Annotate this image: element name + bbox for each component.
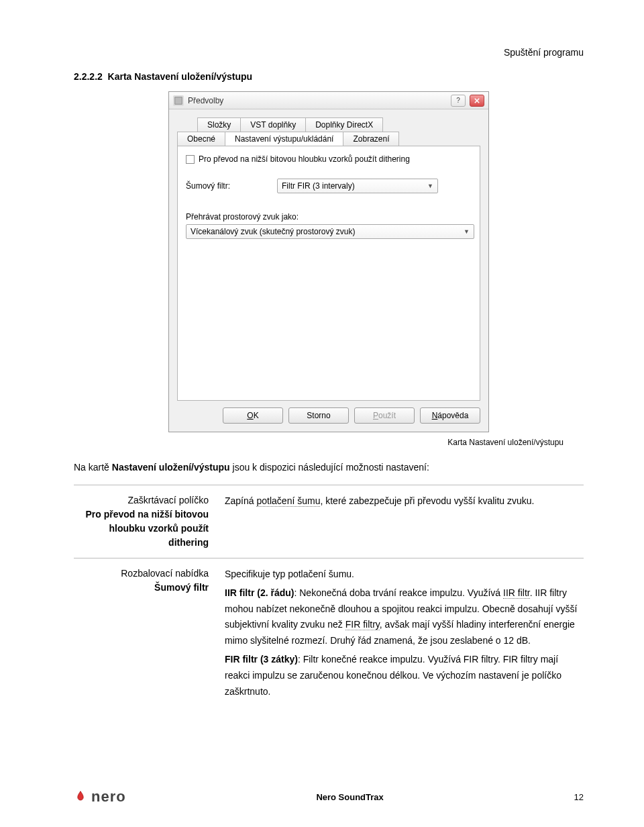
chevron-down-icon: ▼ bbox=[464, 228, 470, 235]
dialog-icon bbox=[173, 95, 184, 106]
section-heading: 2.2.2.2 Karta Nastavení uložení/výstupu bbox=[74, 71, 584, 82]
table-row: Rozbalovací nabídka Šumový filtr Specifi… bbox=[74, 558, 584, 709]
surround-play-value: Vícekanálový zvuk (skutečný prostorový z… bbox=[191, 227, 355, 236]
flame-icon bbox=[74, 790, 87, 804]
intro-bold: Nastavení uložení/výstupu bbox=[112, 462, 230, 473]
dotted-term: potlačení šumu bbox=[256, 495, 320, 507]
svg-rect-0 bbox=[175, 97, 182, 104]
desc-text: , které zabezpečuje při převodu vyšší kv… bbox=[320, 495, 534, 506]
help-window-button[interactable]: ? bbox=[451, 95, 466, 107]
section-number: 2.2.2.2 bbox=[74, 71, 103, 82]
noise-filter-value: Filtr FIR (3 intervaly) bbox=[282, 181, 355, 191]
brand-text: nero bbox=[91, 788, 126, 806]
dialog-button-row: OK Storno Použít Nápověda bbox=[177, 407, 480, 424]
noise-filter-label: Šumový filtr: bbox=[186, 181, 265, 191]
desc-line-3: FIR filtr (3 zátky): Filtr konečné reakc… bbox=[225, 652, 580, 699]
intro-paragraph: Na kartě Nastavení uložení/výstupu jsou … bbox=[74, 462, 584, 473]
dithering-checkbox-label: Pro převod na nižší bitovou hloubku vzor… bbox=[199, 154, 410, 164]
tab-general[interactable]: Obecné bbox=[177, 132, 225, 146]
dithering-checkbox[interactable] bbox=[186, 155, 195, 164]
dotted-term: IIR filtr bbox=[503, 587, 530, 599]
term-lead: Rozbalovací nabídka bbox=[74, 567, 209, 581]
page-number: 12 bbox=[574, 792, 584, 802]
desc-cell: Specifikuje typ potlačení šumu. IIR filt… bbox=[225, 567, 584, 701]
desc-bold: FIR filtr (3 zátky) bbox=[225, 654, 298, 665]
tab-view[interactable]: Zobrazení bbox=[343, 132, 399, 146]
close-window-button[interactable] bbox=[470, 95, 484, 107]
desc-line-2: IIR filtr (2. řádu): Nekonečná doba trvá… bbox=[225, 585, 580, 649]
tab-panel-output-save: Pro převod na nižší bitovou hloubku vzor… bbox=[177, 146, 480, 401]
desc-bold: IIR filtr (2. řádu) bbox=[225, 587, 294, 598]
intro-suffix: jsou k dispozici následující možnosti na… bbox=[230, 462, 429, 473]
dialog-titlebar: Předvolby ? bbox=[169, 92, 488, 109]
preferences-dialog: Předvolby ? Složky VST doplňky Doplňky D… bbox=[168, 91, 489, 432]
desc-line-1: Specifikuje typ potlačení šumu. bbox=[225, 567, 580, 583]
apply-button[interactable]: Použít bbox=[354, 407, 415, 424]
chapter-path: Spuštění programu bbox=[74, 47, 584, 58]
surround-play-label: Přehrávat prostorový zvuk jako: bbox=[186, 212, 472, 222]
term-bold: Pro převod na nižší bitovou hloubku vzor… bbox=[74, 507, 209, 550]
table-row: Zaškrtávací políčko Pro převod na nižší … bbox=[74, 485, 584, 558]
figure-caption: Karta Nastavení uložení/výstupu bbox=[94, 438, 564, 447]
ok-button[interactable]: OK bbox=[223, 407, 283, 424]
dialog-body: Složky VST doplňky Doplňky DirectX Obecn… bbox=[169, 109, 488, 432]
section-title-text: Karta Nastavení uložení/výstupu bbox=[108, 71, 253, 82]
dialog-title: Předvolby bbox=[188, 96, 447, 105]
term-cell: Zaškrtávací políčko Pro převod na nižší … bbox=[74, 493, 225, 550]
intro-prefix: Na kartě bbox=[74, 462, 112, 473]
term-lead: Zaškrtávací políčko bbox=[74, 493, 209, 507]
surround-play-combo[interactable]: Vícekanálový zvuk (skutečný prostorový z… bbox=[186, 224, 474, 239]
cancel-button[interactable]: Storno bbox=[288, 407, 349, 424]
desc-cell: Zapíná potlačení šumu, které zabezpečuje… bbox=[225, 493, 584, 550]
tab-vst[interactable]: VST doplňky bbox=[240, 117, 306, 132]
chevron-down-icon: ▼ bbox=[427, 183, 433, 189]
term-bold: Šumový filtr bbox=[74, 581, 209, 595]
tab-folders[interactable]: Složky bbox=[197, 117, 241, 132]
page-footer: nero Nero SoundTrax 12 bbox=[74, 788, 584, 806]
tab-output-save[interactable]: Nastavení výstupu/ukládání bbox=[225, 132, 343, 146]
help-button[interactable]: Nápověda bbox=[420, 407, 480, 424]
tab-directx[interactable]: Doplňky DirectX bbox=[305, 117, 383, 132]
definitions-table: Zaškrtávací políčko Pro převod na nižší … bbox=[74, 485, 584, 709]
desc-text: : Nekonečná doba trvání reakce impulzu. … bbox=[294, 587, 503, 598]
nero-logo: nero bbox=[74, 788, 126, 806]
noise-filter-combo[interactable]: Filtr FIR (3 intervaly) ▼ bbox=[277, 179, 438, 193]
desc-text: Zapíná bbox=[225, 495, 256, 506]
footer-product: Nero SoundTrax bbox=[126, 792, 574, 802]
dotted-term: FIR filtry bbox=[345, 619, 380, 630]
term-cell: Rozbalovací nabídka Šumový filtr bbox=[74, 567, 225, 701]
